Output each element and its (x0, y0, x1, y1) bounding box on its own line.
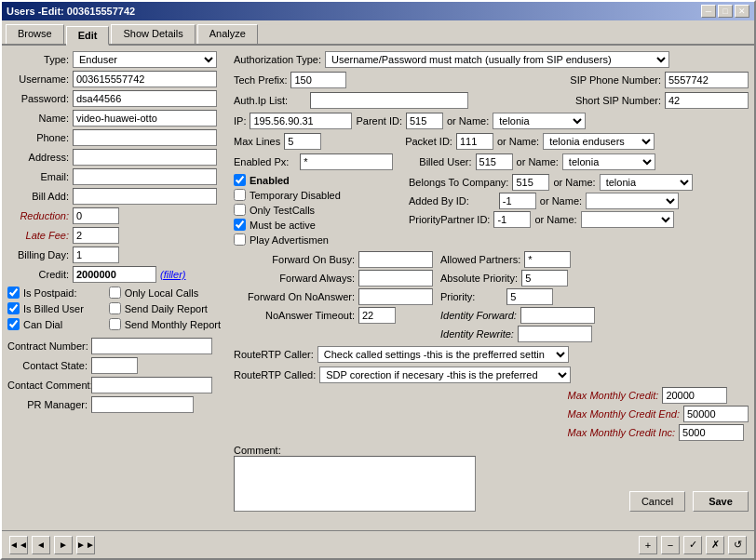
must-be-active-checkbox[interactable] (234, 219, 246, 231)
enabled-px-input[interactable] (300, 153, 393, 170)
save-button[interactable]: Save (693, 491, 749, 512)
allowed-partners-input[interactable] (524, 251, 571, 268)
or-name-select-1[interactable]: telonia (493, 113, 586, 129)
or-name-select-5[interactable] (586, 193, 679, 209)
password-input[interactable] (73, 90, 217, 107)
billing-day-label: Billing Day: (7, 249, 73, 260)
late-fee-label: Late Fee: (7, 230, 73, 241)
cancel-button[interactable]: Cancel (629, 491, 685, 512)
next-record-button[interactable]: ► (54, 536, 73, 554)
prev-record-button[interactable]: ◄ (32, 536, 50, 554)
added-by-row: Added By ID: or Name: (409, 193, 693, 209)
or-name-select-4[interactable]: telonia (600, 174, 693, 191)
max-monthly-credit-inc-input[interactable] (679, 424, 744, 441)
enabled-checkbox[interactable] (234, 174, 246, 186)
contact-state-input[interactable] (91, 357, 138, 374)
max-lines-input[interactable] (284, 133, 321, 150)
only-local-calls-row: Only Local Calls (109, 287, 221, 299)
temp-disabled-checkbox[interactable] (234, 189, 246, 201)
parent-id-input[interactable] (406, 113, 443, 129)
username-input[interactable] (73, 71, 217, 87)
route-rtp-caller-select[interactable]: Check called settings -this is the preff… (317, 346, 569, 363)
noanswer-timeout-input[interactable] (358, 307, 396, 324)
identity-forward-input[interactable] (520, 307, 595, 324)
reduction-input[interactable] (73, 207, 119, 224)
close-button[interactable]: ✕ (735, 5, 749, 18)
billed-user-input[interactable] (476, 153, 513, 170)
identity-rewrite-input[interactable] (518, 326, 592, 342)
send-daily-report-checkbox[interactable] (109, 302, 121, 314)
max-lines-label: Max Lines (234, 136, 280, 147)
only-test-calls-checkbox[interactable] (234, 204, 246, 216)
auth-ip-label: Auth.Ip List: (234, 95, 288, 106)
or-name-select-6[interactable] (581, 211, 674, 228)
billed-user-label: Billed User: (419, 156, 471, 167)
remove-button[interactable]: − (661, 536, 680, 554)
max-monthly-credit-end-input[interactable] (683, 406, 749, 422)
type-select[interactable]: Enduser (73, 51, 217, 68)
packet-id-input[interactable] (456, 133, 493, 150)
is-billed-checkbox[interactable] (7, 302, 20, 314)
refresh-button[interactable]: ↺ (728, 536, 747, 554)
contract-number-input[interactable] (91, 338, 212, 354)
tab-bar: Browse Edit Show Details Analyze (2, 20, 754, 46)
minimize-button[interactable]: ─ (701, 5, 716, 18)
or-name-select-2[interactable]: telonia endusers (543, 133, 655, 150)
contact-comment-input[interactable] (91, 377, 212, 393)
contact-state-row: Contact State: (7, 357, 221, 374)
first-record-button[interactable]: ◄◄ (9, 536, 28, 554)
max-monthly-credit-input[interactable] (662, 387, 727, 404)
delete-button[interactable]: ✗ (706, 536, 724, 554)
tab-analyze[interactable]: Analyze (197, 24, 258, 44)
comment-textarea[interactable] (234, 456, 476, 512)
route-rtp-called-label: RouteRTP Called: (234, 369, 316, 380)
sip-phone-input[interactable] (665, 72, 749, 88)
can-dial-checkbox[interactable] (7, 318, 20, 330)
play-advert-label: Play Advertismen (250, 234, 329, 246)
route-rtp-called-select[interactable]: SDP corection if necesary -this is the p… (319, 367, 571, 383)
comment-section: Comment: Cancel Save (234, 445, 749, 512)
belongs-to-input[interactable] (512, 174, 549, 191)
maximize-button[interactable]: □ (718, 5, 733, 18)
email-input[interactable] (73, 168, 217, 185)
only-local-calls-checkbox[interactable] (109, 287, 121, 299)
bill-add-input[interactable] (73, 188, 217, 205)
added-by-input[interactable] (499, 193, 536, 209)
pr-manager-input[interactable] (91, 396, 194, 413)
billing-day-input[interactable] (73, 247, 119, 263)
enabled-label: Enabled (250, 175, 290, 186)
enabled-px-row: Enabled Px: Billed User: or Name: teloni… (234, 153, 749, 170)
forward-always-input[interactable] (358, 270, 433, 287)
last-record-button[interactable]: ►► (76, 536, 95, 554)
play-advert-checkbox[interactable] (234, 233, 246, 246)
priority-input[interactable] (506, 288, 553, 305)
priority-partner-input[interactable] (493, 211, 531, 228)
address-input[interactable] (73, 149, 217, 166)
late-fee-input[interactable] (73, 227, 119, 244)
tab-show-details[interactable]: Show Details (111, 24, 195, 44)
credit-label: Credit: (7, 269, 73, 280)
confirm-button[interactable]: ✓ (683, 536, 702, 554)
tab-browse[interactable]: Browse (6, 24, 64, 44)
add-button[interactable]: + (639, 536, 657, 554)
is-postpaid-row: Is Postpaid: (7, 287, 109, 299)
auth-type-select[interactable]: Username/Password must match (usually fr… (325, 51, 669, 68)
credit-filler-link[interactable]: (filler) (160, 269, 186, 280)
forward-busy-input[interactable] (358, 251, 433, 268)
absolute-priority-input[interactable] (521, 270, 568, 287)
phone-label: Phone: (7, 132, 73, 143)
max-monthly-credit-end-label: Max Monthly Credit End: (568, 408, 680, 420)
forward-noanswer-input[interactable] (358, 288, 433, 305)
auth-ip-input[interactable] (310, 92, 468, 109)
name-input[interactable] (73, 110, 217, 127)
credit-input[interactable] (73, 266, 156, 283)
is-postpaid-checkbox[interactable] (7, 287, 20, 299)
ip-input[interactable] (250, 113, 352, 129)
tab-edit[interactable]: Edit (66, 26, 110, 46)
phone-input[interactable] (73, 129, 217, 146)
short-sip-input[interactable] (665, 92, 749, 109)
or-name-select-3[interactable]: telonia (562, 153, 655, 170)
priority-row: Priority: (440, 288, 595, 305)
tech-prefix-input[interactable] (290, 72, 346, 88)
send-monthly-report-checkbox[interactable] (109, 318, 121, 330)
